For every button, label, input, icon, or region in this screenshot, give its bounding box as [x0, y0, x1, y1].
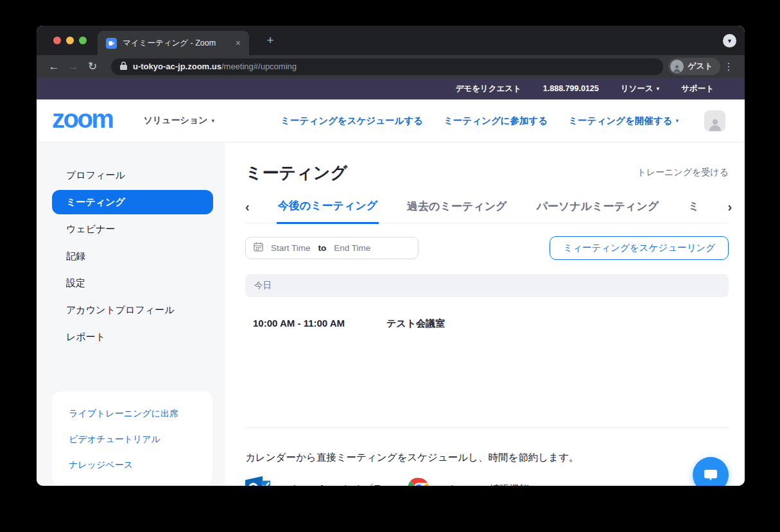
new-tab-button[interactable]: +: [263, 34, 278, 47]
window-close-button[interactable]: [53, 37, 61, 44]
sidebar-item-meetings[interactable]: ミーティング: [52, 190, 213, 214]
browser-tab-strip: マイミーティング - Zoom × + ▼: [37, 26, 745, 55]
end-time-placeholder: End Time: [334, 243, 370, 253]
outlook-plugin-item[interactable]: Microsoft Outlookプラ: [245, 476, 383, 486]
live-training-link[interactable]: ライブトレーニングに出席: [69, 408, 212, 420]
sidebar-item-settings[interactable]: 設定: [52, 271, 213, 295]
lock-icon: [120, 61, 127, 73]
tab-personal-meetings[interactable]: パーソナルミーティング: [535, 199, 660, 223]
zoom-logo[interactable]: zoom: [52, 106, 112, 135]
browser-menu-icon[interactable]: ⋮: [720, 61, 737, 73]
tab-close-icon[interactable]: ×: [234, 38, 243, 48]
chevron-down-icon: ▾: [675, 117, 679, 124]
start-time-placeholder: Start Time: [271, 243, 311, 253]
chevron-down-icon: ▾: [657, 85, 660, 92]
request-demo-link[interactable]: デモをリクエスト: [455, 83, 521, 94]
tabs-scroll-left-icon[interactable]: ‹: [245, 200, 250, 222]
zoom-favicon-icon: [106, 38, 117, 49]
solutions-dropdown[interactable]: ソリューション ▾: [143, 115, 214, 126]
get-training-link[interactable]: トレーニングを受ける: [637, 167, 729, 178]
main-content: ミーティング トレーニングを受ける ‹ 今後のミーティング 過去のミーティング …: [225, 142, 745, 486]
sidebar-item-profile[interactable]: プロフィール: [52, 163, 213, 187]
browser-toolbar: ← → ↻ u-tokyo-ac-jp.zoom.us/meeting#/upc…: [37, 55, 745, 78]
url-path: /meeting#/upcoming: [221, 62, 297, 71]
url-domain: u-tokyo-ac-jp.zoom.us: [133, 62, 221, 71]
sidebar-item-account-profile[interactable]: アカウントプロフィール: [52, 298, 213, 322]
meeting-row[interactable]: 10:00 AM - 11:00 AM テスト会議室: [245, 318, 729, 330]
guest-avatar-icon: [670, 60, 684, 73]
outlook-icon: [245, 476, 271, 486]
sidebar-item-recordings[interactable]: 記録: [52, 244, 213, 268]
chevron-down-icon: ▾: [211, 117, 214, 124]
utility-nav: デモをリクエスト 1.888.799.0125 リソース ▾ サポート: [37, 78, 745, 99]
browser-window: マイミーティング - Zoom × + ▼ ← → ↻ u-tokyo-ac-j…: [37, 26, 745, 486]
meeting-topic[interactable]: テスト会議室: [386, 318, 445, 330]
resources-label: リソース: [621, 83, 654, 94]
sidebar-item-reports[interactable]: レポート: [52, 325, 213, 349]
chrome-extension-item[interactable]: Chromeの拡張機能: [408, 477, 529, 486]
phone-number-link[interactable]: 1.888.799.0125: [543, 84, 599, 93]
guest-label: ゲスト: [688, 61, 713, 72]
outlook-plugin-label: Microsoft Outlookプラ: [285, 483, 383, 486]
schedule-meeting-button[interactable]: ミィーティングをスケジューリング: [550, 236, 729, 260]
address-bar[interactable]: u-tokyo-ac-jp.zoom.us/meeting#/upcoming: [111, 58, 663, 75]
knowledge-base-link[interactable]: ナレッジベース: [69, 459, 212, 471]
tab-title: マイミーティング - Zoom: [123, 38, 234, 49]
sidebar: プロフィール ミーティング ウェビナー 記録 設定 アカウントプロフィール レポ…: [37, 142, 225, 486]
tab-search-button[interactable]: ▼: [723, 34, 736, 47]
page-title: ミーティング: [245, 162, 347, 184]
schedule-meeting-link[interactable]: ミーティングをスケジュールする: [281, 115, 423, 127]
forward-icon[interactable]: →: [64, 60, 83, 73]
host-meeting-label: ミーティングを開催する: [568, 115, 672, 127]
meeting-tabs: ‹ 今後のミーティング 過去のミーティング パーソナルミーティング ミ ›: [245, 198, 729, 223]
chrome-extension-label: Chromeの拡張機能: [444, 483, 529, 486]
solutions-label: ソリューション: [143, 115, 207, 126]
browser-profile-badge[interactable]: ゲスト: [668, 58, 720, 75]
video-tutorials-link[interactable]: ビデオチュートリアル: [69, 434, 212, 445]
tabs-scroll-right-icon[interactable]: ›: [727, 200, 732, 222]
sidebar-item-webinars[interactable]: ウェビナー: [52, 217, 213, 241]
user-avatar[interactable]: [704, 110, 725, 132]
meeting-time: 10:00 AM - 11:00 AM: [253, 318, 386, 330]
window-zoom-button[interactable]: [79, 37, 87, 44]
resources-dropdown[interactable]: リソース ▾: [621, 83, 659, 94]
calendar-promo-text: カレンダーから直接ミーティングをスケジュールし、時間を節約します。: [245, 451, 729, 465]
join-meeting-link[interactable]: ミーティングに参加する: [444, 115, 548, 127]
tab-truncated[interactable]: ミ: [687, 199, 700, 223]
reload-icon[interactable]: ↻: [83, 60, 102, 73]
site-header: zoom ソリューション ▾ ミーティングをスケジュールする ミーティングに参加…: [37, 99, 745, 142]
section-divider: [245, 427, 729, 428]
window-minimize-button[interactable]: [66, 37, 74, 44]
back-icon[interactable]: ←: [44, 60, 64, 73]
sidebar-help-card: ライブトレーニングに出席 ビデオチュートリアル ナレッジベース: [52, 391, 212, 485]
host-meeting-dropdown[interactable]: ミーティングを開催する ▾: [568, 115, 679, 127]
calendar-icon: [254, 242, 263, 254]
tab-previous-meetings[interactable]: 過去のミーティング: [406, 199, 508, 223]
support-link[interactable]: サポート: [681, 83, 714, 94]
browser-tab[interactable]: マイミーティング - Zoom ×: [98, 31, 249, 55]
to-label: to: [318, 243, 327, 253]
tab-upcoming-meetings[interactable]: 今後のミーティング: [277, 198, 379, 224]
today-group-header: 今日: [245, 274, 729, 297]
chrome-icon: [408, 477, 429, 486]
date-range-picker[interactable]: Start Time to End Time: [245, 237, 419, 259]
window-controls: [53, 37, 87, 44]
